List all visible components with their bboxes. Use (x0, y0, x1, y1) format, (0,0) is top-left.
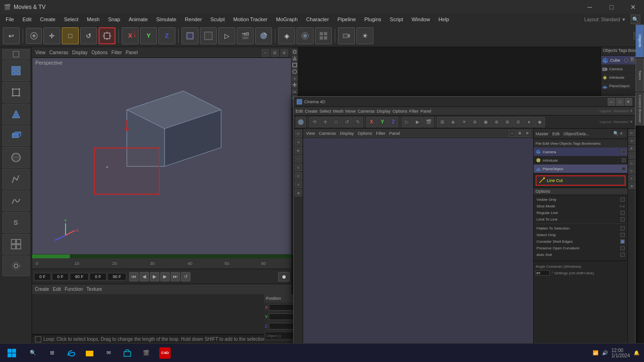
tool-color[interactable] (297, 27, 314, 44)
option-select-only-check[interactable] (620, 233, 625, 237)
c4d-sub-tags[interactable]: Tags (573, 141, 581, 146)
vp-nav-options[interactable]: Options (91, 50, 107, 55)
menu-plugins[interactable]: Plugins (361, 16, 385, 23)
step-fwd-button[interactable]: ▶ (160, 272, 170, 281)
tool-scheme[interactable]: ◈ (278, 27, 295, 44)
play-button[interactable]: ▶ (150, 272, 159, 281)
tool-points[interactable] (2, 60, 30, 81)
c4d-mini-1[interactable]: ⊞ (628, 130, 635, 136)
c4d-vp-filter[interactable]: Filter (376, 131, 385, 136)
option-auto-snit-check[interactable] (620, 253, 625, 257)
tool-edges[interactable] (2, 82, 30, 103)
c4d-mini-5[interactable]: ⊛ (628, 160, 635, 166)
c4d-active-tool-line-cut[interactable]: Line Cut (536, 175, 626, 186)
tool-camera-rec[interactable] (338, 27, 355, 44)
c4d-tool-m5[interactable]: ◉ (480, 117, 491, 127)
vp-right-btn-2[interactable] (292, 56, 297, 61)
menu-mesh[interactable]: Mesh (83, 16, 103, 23)
c4d-mini-8[interactable]: ◆ (628, 182, 635, 189)
vp-right-btn-3[interactable] (292, 62, 297, 68)
c4d-left-btn-4[interactable]: □ (295, 155, 302, 163)
c4d-vp-icon-2[interactable]: ⊞ (516, 130, 523, 137)
c4d-menu-cameras[interactable]: Cameras (358, 109, 375, 114)
c4d-overlay-maximize[interactable]: □ (616, 98, 624, 106)
tool-polygon[interactable] (2, 104, 30, 124)
c4d-tool-2[interactable]: ✛ (320, 117, 330, 127)
step-back-button[interactable]: ◀ (140, 272, 149, 281)
menu-edit[interactable]: Edit (19, 16, 35, 23)
tool-line[interactable] (2, 169, 30, 189)
display-mode-group[interactable] (2, 49, 30, 59)
c4d-obj-item-2[interactable]: Infinitude (534, 156, 627, 165)
minimize-button[interactable]: ─ (579, 0, 601, 14)
c4d-left-btn-2[interactable]: ◈ (295, 138, 302, 146)
menu-file[interactable]: File (2, 16, 18, 23)
option-limit-to-line[interactable]: Limit To Line (536, 216, 626, 222)
c4d-menu-mesh[interactable]: Mesh (333, 109, 344, 114)
goto-end-button[interactable]: ⏭ (171, 272, 180, 281)
tray-notification-icon[interactable]: 🔔 (634, 350, 639, 355)
option-flatten[interactable]: Flatten To Selection (536, 225, 626, 231)
tool-letter[interactable]: S (2, 212, 30, 233)
objects-menu-tags[interactable]: Tags (619, 48, 627, 53)
c4d-mini-3[interactable]: ◉ (628, 145, 635, 151)
preview-start-input[interactable] (90, 273, 107, 280)
c4d-tool-5[interactable]: ✎ (353, 117, 363, 127)
taskbar-mail[interactable]: ✉ (99, 344, 118, 362)
close-button[interactable]: ✕ (622, 0, 644, 14)
vp-icon-settings[interactable]: ⊛ (281, 49, 288, 57)
preview-end-input[interactable] (107, 273, 126, 280)
mode-move-button[interactable]: ✛ (43, 27, 60, 44)
c4d-sub-file[interactable]: File (536, 141, 542, 146)
option-consider-shell[interactable]: Consider Shell Edges ✓ (536, 238, 626, 245)
menu-help[interactable]: Help (435, 16, 453, 23)
c4d-mini-6[interactable]: ⊕ (628, 167, 635, 174)
c4d-tool-avatar[interactable] (296, 117, 306, 127)
tool-object[interactable] (2, 125, 30, 146)
start-button[interactable] (0, 344, 24, 362)
tool-render-active[interactable]: ▷ (218, 27, 235, 44)
c4d-mini-4[interactable]: □ (628, 152, 635, 159)
c4d-axis-x[interactable]: X (366, 117, 377, 127)
taskbar-search[interactable]: 🔍 (24, 344, 42, 362)
c4d-tool-4[interactable]: ↺ (342, 117, 352, 127)
timeline-menu-create[interactable]: Create (35, 287, 49, 292)
c4d-tool-m10[interactable]: ◆ (535, 117, 545, 127)
tool-clapper[interactable]: 🎬 (237, 27, 254, 44)
option-slice-mode[interactable]: Slice Mode Cut (536, 203, 626, 209)
menu-window[interactable]: Window (408, 16, 434, 23)
option-flatten-check[interactable] (620, 226, 625, 230)
axis-x-button[interactable]: X (122, 27, 139, 44)
option-visible-only[interactable]: Visible Only (536, 196, 626, 203)
tool-grid[interactable] (315, 27, 332, 44)
c4d-tool-3[interactable]: □ (331, 117, 341, 127)
c4d-left-btn-8[interactable]: ◆ (295, 189, 302, 197)
taskbar-cinema4d[interactable]: C4D (156, 344, 174, 362)
taskbar-explorer[interactable] (80, 344, 99, 362)
c4d-menu-options[interactable]: Options (393, 109, 407, 114)
tray-volume-icon[interactable]: 🔊 (602, 350, 608, 355)
side-tab-takes[interactable]: Takes (636, 58, 644, 91)
menu-select[interactable]: Select (60, 16, 83, 23)
c4d-left-btn-6[interactable]: ⊕ (295, 172, 302, 180)
menu-character[interactable]: Character (302, 16, 332, 23)
undo-button[interactable]: ↩ (3, 27, 20, 44)
c4d-menu-create[interactable]: Create (305, 109, 318, 114)
c4d-axis-y[interactable]: Y (377, 117, 388, 127)
mode-scale-button[interactable]: □ (62, 27, 79, 44)
end-frame-input[interactable] (70, 273, 89, 280)
vp-nav-filter[interactable]: Filter (111, 50, 122, 55)
side-tab-content[interactable]: Content Browser (636, 92, 644, 125)
option-consider-shell-check[interactable]: ✓ (620, 239, 625, 244)
c4d-vp-options[interactable]: Options (357, 131, 372, 136)
tool-render-region[interactable] (200, 27, 217, 44)
c4d-left-btn-1[interactable]: ⊞ (295, 130, 302, 137)
c4d-menu-panel[interactable]: Panel (421, 109, 431, 114)
tool-scene[interactable] (2, 147, 30, 168)
c4d-vp-panel[interactable]: Panel (389, 131, 400, 136)
c4d-right-objdetail[interactable]: Object/Deta... (563, 132, 589, 136)
vp-right-btn-5[interactable]: ◈ (292, 75, 297, 81)
c4d-vp-icon-3[interactable]: ⊛ (524, 130, 530, 137)
loop-button[interactable]: ↺ (181, 272, 190, 281)
option-limit-to-line-check[interactable] (620, 217, 625, 222)
